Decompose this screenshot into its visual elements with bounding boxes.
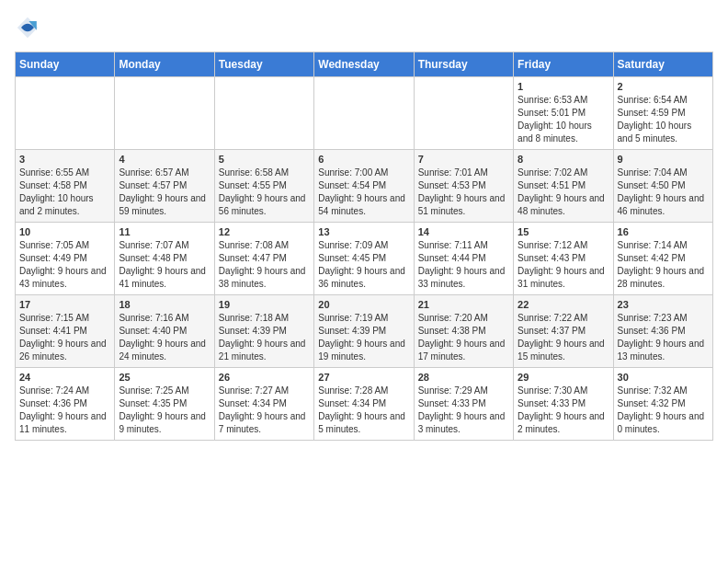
day-info: Sunrise: 7:24 AM Sunset: 4:36 PM Dayligh… [19, 385, 110, 436]
calendar-cell: 10Sunrise: 7:05 AM Sunset: 4:49 PM Dayli… [16, 223, 115, 295]
day-number: 11 [119, 226, 210, 237]
day-info: Sunrise: 7:28 AM Sunset: 4:34 PM Dayligh… [318, 385, 409, 436]
day-info: Sunrise: 7:23 AM Sunset: 4:36 PM Dayligh… [618, 312, 709, 363]
day-number: 12 [219, 226, 310, 237]
day-number: 29 [518, 372, 609, 383]
calendar-cell: 13Sunrise: 7:09 AM Sunset: 4:45 PM Dayli… [314, 223, 414, 295]
day-info: Sunrise: 7:07 AM Sunset: 4:48 PM Dayligh… [119, 239, 210, 291]
day-number: 7 [418, 154, 509, 165]
day-number: 13 [318, 226, 409, 237]
day-info: Sunrise: 6:54 AM Sunset: 4:59 PM Dayligh… [618, 94, 709, 145]
calendar-cell: 3Sunrise: 6:55 AM Sunset: 4:58 PM Daylig… [16, 150, 115, 223]
calendar-cell: 7Sunrise: 7:01 AM Sunset: 4:53 PM Daylig… [414, 150, 513, 223]
day-number: 15 [518, 226, 609, 237]
calendar-cell: 29Sunrise: 7:30 AM Sunset: 4:33 PM Dayli… [514, 368, 613, 441]
logo [15, 15, 44, 40]
day-info: Sunrise: 7:32 AM Sunset: 4:32 PM Dayligh… [618, 385, 709, 436]
day-number: 5 [219, 154, 310, 165]
calendar-cell: 19Sunrise: 7:18 AM Sunset: 4:39 PM Dayli… [214, 295, 313, 368]
day-number: 25 [119, 372, 210, 383]
day-number: 22 [518, 299, 609, 310]
calendar-week-row: 10Sunrise: 7:05 AM Sunset: 4:49 PM Dayli… [16, 223, 713, 295]
calendar-cell [214, 77, 313, 150]
day-info: Sunrise: 7:08 AM Sunset: 4:47 PM Dayligh… [219, 239, 310, 291]
calendar-cell: 21Sunrise: 7:20 AM Sunset: 4:38 PM Dayli… [414, 295, 513, 368]
day-info: Sunrise: 7:04 AM Sunset: 4:50 PM Dayligh… [618, 167, 709, 218]
day-number: 16 [618, 226, 709, 237]
calendar-cell: 27Sunrise: 7:28 AM Sunset: 4:34 PM Dayli… [314, 368, 414, 441]
calendar-cell: 6Sunrise: 7:00 AM Sunset: 4:54 PM Daylig… [314, 150, 414, 223]
calendar-cell: 9Sunrise: 7:04 AM Sunset: 4:50 PM Daylig… [613, 150, 712, 223]
day-info: Sunrise: 6:53 AM Sunset: 5:01 PM Dayligh… [518, 94, 609, 145]
day-info: Sunrise: 7:00 AM Sunset: 4:54 PM Dayligh… [318, 167, 409, 218]
day-number: 8 [518, 154, 609, 165]
day-number: 26 [219, 372, 310, 383]
day-info: Sunrise: 7:12 AM Sunset: 4:43 PM Dayligh… [518, 239, 609, 291]
day-number: 3 [19, 154, 110, 165]
calendar-cell: 24Sunrise: 7:24 AM Sunset: 4:36 PM Dayli… [16, 368, 115, 441]
weekday-header: Tuesday [214, 52, 313, 77]
day-number: 21 [418, 299, 509, 310]
calendar-cell: 5Sunrise: 6:58 AM Sunset: 4:55 PM Daylig… [214, 150, 313, 223]
calendar-cell [16, 77, 115, 150]
calendar-cell: 2Sunrise: 6:54 AM Sunset: 4:59 PM Daylig… [613, 77, 712, 150]
calendar-header-row: SundayMondayTuesdayWednesdayThursdayFrid… [16, 52, 713, 77]
day-number: 27 [318, 372, 409, 383]
calendar-cell: 15Sunrise: 7:12 AM Sunset: 4:43 PM Dayli… [514, 223, 613, 295]
calendar-cell [314, 77, 414, 150]
day-info: Sunrise: 6:57 AM Sunset: 4:57 PM Dayligh… [119, 167, 210, 218]
day-info: Sunrise: 6:58 AM Sunset: 4:55 PM Dayligh… [219, 167, 310, 218]
day-info: Sunrise: 7:11 AM Sunset: 4:44 PM Dayligh… [418, 239, 509, 291]
calendar-cell: 12Sunrise: 7:08 AM Sunset: 4:47 PM Dayli… [214, 223, 313, 295]
day-info: Sunrise: 7:20 AM Sunset: 4:38 PM Dayligh… [418, 312, 509, 363]
weekday-header: Monday [115, 52, 214, 77]
calendar-table: SundayMondayTuesdayWednesdayThursdayFrid… [15, 52, 713, 441]
weekday-header: Wednesday [314, 52, 414, 77]
day-info: Sunrise: 6:55 AM Sunset: 4:58 PM Dayligh… [19, 167, 110, 218]
calendar-cell: 26Sunrise: 7:27 AM Sunset: 4:34 PM Dayli… [214, 368, 313, 441]
day-info: Sunrise: 7:22 AM Sunset: 4:37 PM Dayligh… [518, 312, 609, 363]
calendar-cell: 14Sunrise: 7:11 AM Sunset: 4:44 PM Dayli… [414, 223, 513, 295]
calendar-week-row: 1Sunrise: 6:53 AM Sunset: 5:01 PM Daylig… [16, 77, 713, 150]
calendar-week-row: 24Sunrise: 7:24 AM Sunset: 4:36 PM Dayli… [16, 368, 713, 441]
day-number: 4 [119, 154, 210, 165]
day-info: Sunrise: 7:27 AM Sunset: 4:34 PM Dayligh… [219, 385, 310, 436]
calendar-week-row: 17Sunrise: 7:15 AM Sunset: 4:41 PM Dayli… [16, 295, 713, 368]
day-info: Sunrise: 7:01 AM Sunset: 4:53 PM Dayligh… [418, 167, 509, 218]
calendar-cell: 16Sunrise: 7:14 AM Sunset: 4:42 PM Dayli… [613, 223, 712, 295]
day-number: 19 [219, 299, 310, 310]
calendar-cell: 17Sunrise: 7:15 AM Sunset: 4:41 PM Dayli… [16, 295, 115, 368]
calendar-cell: 18Sunrise: 7:16 AM Sunset: 4:40 PM Dayli… [115, 295, 214, 368]
day-number: 6 [318, 154, 409, 165]
day-info: Sunrise: 7:05 AM Sunset: 4:49 PM Dayligh… [19, 239, 110, 291]
day-info: Sunrise: 7:25 AM Sunset: 4:35 PM Dayligh… [119, 385, 210, 436]
day-number: 10 [19, 226, 110, 237]
calendar-cell: 11Sunrise: 7:07 AM Sunset: 4:48 PM Dayli… [115, 223, 214, 295]
calendar-cell: 8Sunrise: 7:02 AM Sunset: 4:51 PM Daylig… [514, 150, 613, 223]
day-number: 28 [418, 372, 509, 383]
day-number: 9 [618, 154, 709, 165]
weekday-header: Friday [514, 52, 613, 77]
day-number: 1 [518, 81, 609, 92]
day-number: 18 [119, 299, 210, 310]
weekday-header: Thursday [414, 52, 513, 77]
logo-icon [15, 15, 40, 40]
day-number: 20 [318, 299, 409, 310]
page-header [15, 15, 713, 40]
calendar-cell: 28Sunrise: 7:29 AM Sunset: 4:33 PM Dayli… [414, 368, 513, 441]
day-info: Sunrise: 7:02 AM Sunset: 4:51 PM Dayligh… [518, 167, 609, 218]
calendar-week-row: 3Sunrise: 6:55 AM Sunset: 4:58 PM Daylig… [16, 150, 713, 223]
day-info: Sunrise: 7:09 AM Sunset: 4:45 PM Dayligh… [318, 239, 409, 291]
day-info: Sunrise: 7:18 AM Sunset: 4:39 PM Dayligh… [219, 312, 310, 363]
day-number: 30 [618, 372, 709, 383]
calendar-cell: 4Sunrise: 6:57 AM Sunset: 4:57 PM Daylig… [115, 150, 214, 223]
calendar-cell: 30Sunrise: 7:32 AM Sunset: 4:32 PM Dayli… [613, 368, 712, 441]
day-info: Sunrise: 7:16 AM Sunset: 4:40 PM Dayligh… [119, 312, 210, 363]
calendar-cell: 23Sunrise: 7:23 AM Sunset: 4:36 PM Dayli… [613, 295, 712, 368]
calendar-cell: 20Sunrise: 7:19 AM Sunset: 4:39 PM Dayli… [314, 295, 414, 368]
weekday-header: Saturday [613, 52, 712, 77]
calendar-cell: 25Sunrise: 7:25 AM Sunset: 4:35 PM Dayli… [115, 368, 214, 441]
day-number: 2 [618, 81, 709, 92]
day-info: Sunrise: 7:30 AM Sunset: 4:33 PM Dayligh… [518, 385, 609, 436]
day-number: 14 [418, 226, 509, 237]
